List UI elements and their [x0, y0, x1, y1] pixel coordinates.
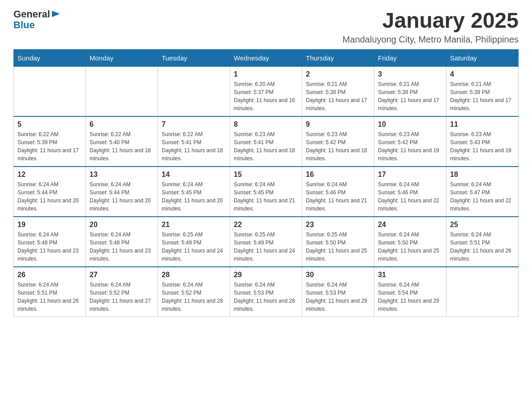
logo-triangle-icon: [52, 10, 60, 18]
day-number: 22: [234, 221, 298, 229]
table-row: [158, 66, 230, 116]
table-row: [446, 267, 519, 317]
day-info: Sunrise: 6:24 AMSunset: 5:47 PMDaylight:…: [450, 180, 515, 213]
day-info: Sunrise: 6:23 AMSunset: 5:42 PMDaylight:…: [306, 130, 370, 163]
day-number: 28: [162, 271, 226, 279]
day-number: 14: [162, 171, 226, 179]
day-info: Sunrise: 6:23 AMSunset: 5:42 PMDaylight:…: [378, 130, 442, 163]
day-info: Sunrise: 6:25 AMSunset: 5:49 PMDaylight:…: [162, 231, 226, 263]
table-row: 26Sunrise: 6:24 AMSunset: 5:51 PMDayligh…: [14, 267, 86, 317]
day-info: Sunrise: 6:24 AMSunset: 5:51 PMDaylight:…: [17, 281, 82, 313]
logo: General Blue: [13, 9, 60, 30]
day-info: Sunrise: 6:24 AMSunset: 5:45 PMDaylight:…: [162, 180, 226, 213]
day-number: 29: [234, 271, 298, 279]
table-row: 18Sunrise: 6:24 AMSunset: 5:47 PMDayligh…: [446, 167, 519, 217]
day-number: 20: [90, 221, 154, 229]
location-subtitle: Mandaluyong City, Metro Manila, Philippi…: [343, 34, 519, 45]
day-info: Sunrise: 6:20 AMSunset: 5:37 PMDaylight:…: [234, 80, 298, 112]
day-info: Sunrise: 6:24 AMSunset: 5:53 PMDaylight:…: [306, 281, 370, 313]
day-info: Sunrise: 6:24 AMSunset: 5:46 PMDaylight:…: [306, 180, 370, 213]
day-info: Sunrise: 6:22 AMSunset: 5:39 PMDaylight:…: [17, 130, 82, 163]
day-number: 4: [450, 70, 515, 78]
col-saturday: Saturday: [446, 49, 519, 66]
day-number: 1: [234, 70, 298, 78]
calendar-week-row: 19Sunrise: 6:24 AMSunset: 5:48 PMDayligh…: [14, 217, 519, 267]
day-info: Sunrise: 6:24 AMSunset: 5:50 PMDaylight:…: [378, 231, 442, 263]
day-info: Sunrise: 6:25 AMSunset: 5:49 PMDaylight:…: [234, 231, 298, 263]
table-row: 21Sunrise: 6:25 AMSunset: 5:49 PMDayligh…: [158, 217, 230, 267]
day-info: Sunrise: 6:24 AMSunset: 5:52 PMDaylight:…: [162, 281, 226, 313]
header: General Blue January 2025 Mandaluyong Ci…: [13, 9, 519, 45]
day-number: 26: [17, 271, 82, 279]
col-friday: Friday: [374, 49, 446, 66]
calendar-week-row: 5Sunrise: 6:22 AMSunset: 5:39 PMDaylight…: [14, 116, 519, 167]
table-row: 12Sunrise: 6:24 AMSunset: 5:44 PMDayligh…: [14, 167, 86, 217]
col-sunday: Sunday: [14, 49, 86, 66]
day-number: 27: [90, 271, 154, 279]
day-number: 31: [378, 271, 442, 279]
logo-general: General: [13, 9, 50, 20]
day-info: Sunrise: 6:24 AMSunset: 5:54 PMDaylight:…: [378, 281, 442, 313]
table-row: 23Sunrise: 6:25 AMSunset: 5:50 PMDayligh…: [302, 217, 374, 267]
day-info: Sunrise: 6:24 AMSunset: 5:44 PMDaylight:…: [17, 180, 82, 213]
col-monday: Monday: [86, 49, 158, 66]
day-number: 25: [450, 221, 515, 229]
day-number: 13: [90, 171, 154, 179]
day-info: Sunrise: 6:24 AMSunset: 5:52 PMDaylight:…: [90, 281, 154, 313]
table-row: 16Sunrise: 6:24 AMSunset: 5:46 PMDayligh…: [302, 167, 374, 217]
calendar-week-row: 12Sunrise: 6:24 AMSunset: 5:44 PMDayligh…: [14, 167, 519, 217]
calendar-table: Sunday Monday Tuesday Wednesday Thursday…: [13, 49, 519, 317]
calendar-header-row: Sunday Monday Tuesday Wednesday Thursday…: [14, 49, 519, 66]
table-row: 19Sunrise: 6:24 AMSunset: 5:48 PMDayligh…: [14, 217, 86, 267]
table-row: 15Sunrise: 6:24 AMSunset: 5:45 PMDayligh…: [230, 167, 302, 217]
table-row: 8Sunrise: 6:23 AMSunset: 5:41 PMDaylight…: [230, 116, 302, 167]
day-number: 11: [450, 120, 515, 128]
day-number: 30: [306, 271, 370, 279]
day-number: 18: [450, 171, 515, 179]
table-row: 1Sunrise: 6:20 AMSunset: 5:37 PMDaylight…: [230, 66, 302, 116]
title-area: January 2025 Mandaluyong City, Metro Man…: [343, 9, 519, 45]
day-info: Sunrise: 6:24 AMSunset: 5:48 PMDaylight:…: [17, 231, 82, 263]
table-row: 10Sunrise: 6:23 AMSunset: 5:42 PMDayligh…: [374, 116, 446, 167]
table-row: 9Sunrise: 6:23 AMSunset: 5:42 PMDaylight…: [302, 116, 374, 167]
day-number: 21: [162, 221, 226, 229]
day-info: Sunrise: 6:21 AMSunset: 5:39 PMDaylight:…: [450, 80, 515, 112]
table-row: 3Sunrise: 6:21 AMSunset: 5:38 PMDaylight…: [374, 66, 446, 116]
table-row: 6Sunrise: 6:22 AMSunset: 5:40 PMDaylight…: [86, 116, 158, 167]
day-number: 5: [17, 120, 82, 128]
day-info: Sunrise: 6:23 AMSunset: 5:43 PMDaylight:…: [450, 130, 515, 163]
table-row: 4Sunrise: 6:21 AMSunset: 5:39 PMDaylight…: [446, 66, 519, 116]
month-year-title: January 2025: [343, 9, 519, 33]
day-info: Sunrise: 6:22 AMSunset: 5:41 PMDaylight:…: [162, 130, 226, 163]
table-row: 30Sunrise: 6:24 AMSunset: 5:53 PMDayligh…: [302, 267, 374, 317]
day-number: 2: [306, 70, 370, 78]
day-info: Sunrise: 6:21 AMSunset: 5:38 PMDaylight:…: [378, 80, 442, 112]
day-number: 6: [90, 120, 154, 128]
table-row: 17Sunrise: 6:24 AMSunset: 5:46 PMDayligh…: [374, 167, 446, 217]
table-row: [86, 66, 158, 116]
col-thursday: Thursday: [302, 49, 374, 66]
day-number: 7: [162, 120, 226, 128]
table-row: [14, 66, 86, 116]
day-number: 16: [306, 171, 370, 179]
table-row: 2Sunrise: 6:21 AMSunset: 5:38 PMDaylight…: [302, 66, 374, 116]
logo-blue: Blue: [13, 19, 35, 30]
day-number: 3: [378, 70, 442, 78]
table-row: 20Sunrise: 6:24 AMSunset: 5:48 PMDayligh…: [86, 217, 158, 267]
calendar-week-row: 26Sunrise: 6:24 AMSunset: 5:51 PMDayligh…: [14, 267, 519, 317]
table-row: 28Sunrise: 6:24 AMSunset: 5:52 PMDayligh…: [158, 267, 230, 317]
day-info: Sunrise: 6:24 AMSunset: 5:45 PMDaylight:…: [234, 180, 298, 213]
table-row: 27Sunrise: 6:24 AMSunset: 5:52 PMDayligh…: [86, 267, 158, 317]
table-row: 13Sunrise: 6:24 AMSunset: 5:44 PMDayligh…: [86, 167, 158, 217]
day-info: Sunrise: 6:24 AMSunset: 5:46 PMDaylight:…: [378, 180, 442, 213]
day-number: 8: [234, 120, 298, 128]
table-row: 29Sunrise: 6:24 AMSunset: 5:53 PMDayligh…: [230, 267, 302, 317]
table-row: 31Sunrise: 6:24 AMSunset: 5:54 PMDayligh…: [374, 267, 446, 317]
day-number: 17: [378, 171, 442, 179]
day-info: Sunrise: 6:21 AMSunset: 5:38 PMDaylight:…: [306, 80, 370, 112]
table-row: 14Sunrise: 6:24 AMSunset: 5:45 PMDayligh…: [158, 167, 230, 217]
day-number: 10: [378, 120, 442, 128]
table-row: 11Sunrise: 6:23 AMSunset: 5:43 PMDayligh…: [446, 116, 519, 167]
day-info: Sunrise: 6:22 AMSunset: 5:40 PMDaylight:…: [90, 130, 154, 163]
table-row: 22Sunrise: 6:25 AMSunset: 5:49 PMDayligh…: [230, 217, 302, 267]
